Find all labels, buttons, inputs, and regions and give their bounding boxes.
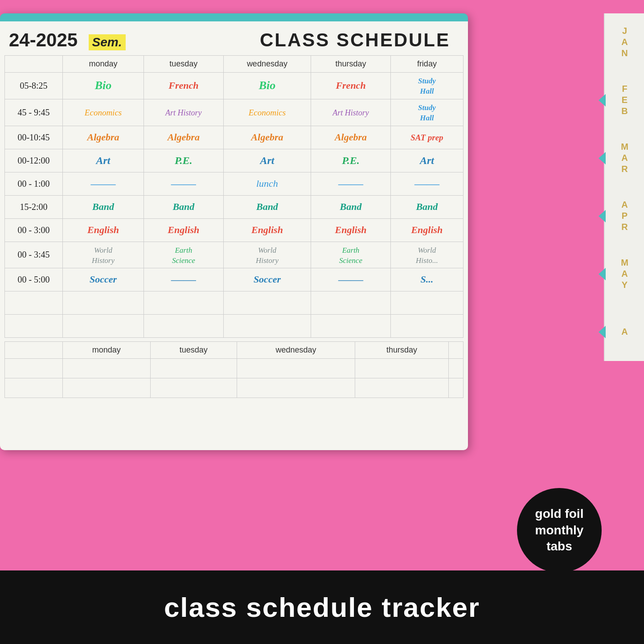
col2-friday (448, 341, 463, 358)
time-cell: 00-10:45 (5, 126, 63, 149)
table-row (5, 291, 464, 314)
table-row: 00 - 1:00 —— —— lunch —— —— (5, 172, 464, 195)
cell: Band (63, 195, 144, 218)
tab-a[interactable]: A (604, 303, 644, 361)
cell (237, 378, 355, 398)
col-header-monday: monday (63, 56, 144, 73)
cell (144, 291, 224, 314)
time-cell: 00 - 3:45 (5, 242, 63, 268)
col-header-wednesday: wednesday (223, 56, 311, 73)
table-row: 45 - 9:45 Economics Art History Economic… (5, 99, 464, 126)
cell: EarthScience (144, 242, 224, 268)
cell: StudyHall (390, 99, 463, 126)
year-label: 24-2025 Sem. (9, 29, 126, 51)
tab-may[interactable]: MAY (604, 245, 644, 303)
table-row: 00-10:45 Algebra Algebra Algebra Algebra… (5, 126, 464, 149)
second-schedule-table: monday tuesday wednesday thursday (4, 341, 464, 398)
col2-monday: monday (63, 341, 151, 358)
cell (63, 378, 151, 398)
cell (5, 358, 63, 378)
cell (355, 358, 448, 378)
time-cell: 00-12:00 (5, 149, 63, 172)
tab-apr[interactable]: APR (604, 187, 644, 245)
table-row: 05-8:25 Bio French Bio French StudyHall (5, 73, 464, 99)
cell: —— (390, 172, 463, 195)
cell (390, 314, 463, 337)
cell: WorldHistory (63, 242, 144, 268)
time-cell: 45 - 9:45 (5, 99, 63, 126)
cell: Soccer (63, 268, 144, 291)
table-row (5, 358, 464, 378)
cell: S... (390, 268, 463, 291)
cell (390, 291, 463, 314)
col-header-tuesday: tuesday (144, 56, 224, 73)
cell (63, 358, 151, 378)
cell: SAT prep (390, 126, 463, 149)
cell (150, 358, 237, 378)
bottom-label: class schedule tracker (164, 591, 480, 623)
cell: Art (223, 149, 311, 172)
table-row: 00 - 3:45 WorldHistory EarthScience Worl… (5, 242, 464, 268)
time-cell: 00 - 5:00 (5, 268, 63, 291)
col2-time (5, 341, 63, 358)
cell: —— (144, 268, 224, 291)
bottom-bar: class schedule tracker (0, 570, 644, 644)
cell: StudyHall (390, 73, 463, 99)
cell: WorldHistory (223, 242, 311, 268)
cell (223, 291, 311, 314)
cell (355, 378, 448, 398)
cell: Art History (144, 99, 224, 126)
schedule-table: monday tuesday wednesday thursday friday… (4, 55, 464, 338)
time-cell: 00 - 1:00 (5, 172, 63, 195)
cell: P.E. (144, 149, 224, 172)
cell: Algebra (311, 126, 391, 149)
cell: Economics (223, 99, 311, 126)
planner-document: 24-2025 Sem. CLASS SCHEDULE monday tuesd… (0, 13, 468, 450)
tab-mar[interactable]: MAR (604, 129, 644, 187)
cell: P.E. (311, 149, 391, 172)
cell: Band (311, 195, 391, 218)
cell (237, 358, 355, 378)
cell (63, 291, 144, 314)
cell: English (390, 218, 463, 242)
cell: Algebra (144, 126, 224, 149)
second-table-wrap: monday tuesday wednesday thursday (4, 341, 464, 398)
badge-text: gold foilmonthlytabs (535, 506, 584, 554)
cell: Algebra (63, 126, 144, 149)
gold-foil-badge: gold foilmonthlytabs (517, 488, 602, 573)
cell (311, 291, 391, 314)
table-row: 00 - 5:00 Soccer —— Soccer —— S... (5, 268, 464, 291)
tab-feb[interactable]: FEB (604, 71, 644, 129)
time-cell: 00 - 3:00 (5, 218, 63, 242)
table-row (5, 378, 464, 398)
cell: —— (144, 172, 224, 195)
sem-label: Sem. (89, 34, 126, 50)
cell (223, 314, 311, 337)
time-cell: 15-2:00 (5, 195, 63, 218)
cell: Bio (63, 73, 144, 99)
cell (150, 378, 237, 398)
cell: English (311, 218, 391, 242)
cell (5, 378, 63, 398)
cell: EarthScience (311, 242, 391, 268)
cell: WorldHisto... (390, 242, 463, 268)
table-row (5, 314, 464, 337)
monthly-tabs: JAN FEB MAR APR MAY A (604, 13, 644, 450)
cell: Bio (223, 73, 311, 99)
col-header-friday: friday (390, 56, 463, 73)
tab-jan[interactable]: JAN (604, 13, 644, 71)
col2-thursday: thursday (355, 341, 448, 358)
cell: Art (63, 149, 144, 172)
cell (311, 314, 391, 337)
cell: English (63, 218, 144, 242)
cell: lunch (223, 172, 311, 195)
cell: —— (311, 172, 391, 195)
col2-tuesday: tuesday (150, 341, 237, 358)
cell (63, 314, 144, 337)
planner-title: CLASS SCHEDULE (260, 29, 450, 51)
cell: —— (63, 172, 144, 195)
cell: Band (144, 195, 224, 218)
time-cell (5, 291, 63, 314)
col2-wednesday: wednesday (237, 341, 355, 358)
cell: English (223, 218, 311, 242)
